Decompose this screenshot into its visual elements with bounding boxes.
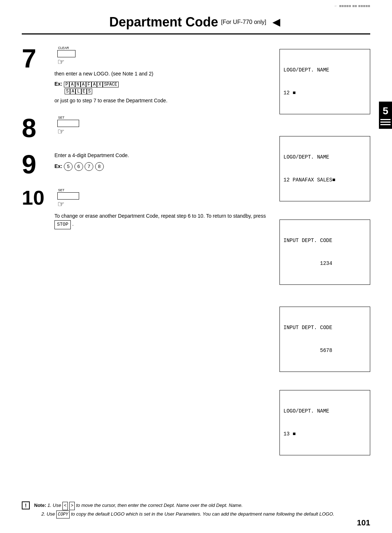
key-F: F	[86, 82, 91, 87]
page-number: 101	[357, 518, 370, 528]
step-7-block: 7 CLEAR ☞ then enter a new LOGO. (see No…	[22, 45, 272, 105]
step-7-desc1: then enter a new LOGO. (see Note 1 and 2…	[54, 70, 272, 78]
key-N: N	[75, 82, 81, 87]
step-10-block: 10 SET ☞ To change or erase another Depa…	[22, 188, 272, 229]
step-7-number: 7	[22, 45, 54, 71]
key-X: X	[97, 82, 102, 87]
key-S: S	[65, 89, 70, 94]
step-10-content: SET ☞ To change or erase another Departm…	[54, 188, 272, 229]
side-tab-line-1	[380, 119, 391, 120]
step-9-content: Enter a 4-digit Department Code. Ex: 5 6…	[54, 151, 272, 171]
side-tab: 5	[379, 102, 392, 129]
step-10-desc-text: To change or erase another Department Co…	[54, 213, 266, 219]
ex-keys-line2: SALES	[65, 87, 92, 94]
set-label-10: SET	[58, 188, 65, 192]
display4-line1: INPUT DEPT. CODE	[283, 324, 366, 332]
clear-label: CLEAR	[58, 46, 69, 50]
step-7-content: CLEAR ☞ then enter a new LOGO. (see Note…	[54, 45, 272, 105]
note1-cont: to move the cursor, then enter the corre…	[76, 503, 243, 508]
note-bold-label: Note:	[34, 503, 46, 508]
side-tab-line-3	[380, 124, 391, 125]
ex-keys-line1: PANAFAXSPACE	[64, 81, 118, 87]
note2-text: 2. Use COPY to copy the default LOGO whi…	[41, 511, 334, 517]
display-panel-1: LOGO/DEPT. NAME 12 ■	[279, 49, 370, 114]
note2-prefix: 2. Use	[41, 511, 55, 517]
step-9-number: 9	[22, 151, 54, 177]
side-tab-number: 5	[380, 105, 391, 117]
key-A1: A	[69, 82, 75, 87]
key-E: E	[81, 89, 87, 94]
step-8-content: SET ☞	[54, 115, 272, 136]
display5-line2: 13 ■	[283, 430, 366, 438]
display-panel-4: INPUT DEPT. CODE 5678	[279, 307, 370, 372]
display2-line1: LOGO/DEPT. NAME	[283, 153, 366, 161]
main-section: 7 CLEAR ☞ then enter a new LOGO. (see No…	[22, 45, 370, 455]
step-10-desc: To change or erase another Department Co…	[54, 212, 272, 229]
note1-text: 1. Use	[48, 503, 61, 508]
side-tab-line-2	[380, 122, 391, 123]
key-A3: A	[91, 82, 97, 87]
hand-icon-7: ☞	[57, 57, 65, 67]
ex-label-9: Ex:	[54, 163, 62, 169]
stop-period: .	[72, 221, 74, 227]
key-A2: A	[81, 82, 86, 87]
hand-icon-10: ☞	[57, 200, 65, 209]
set-box-10	[57, 192, 79, 200]
display4-line2: 5678	[283, 347, 366, 354]
side-tab-lines	[380, 119, 391, 125]
right-displays: LOGO/DEPT. NAME 12 ■ LOGO/DEPT. NAME 12 …	[279, 45, 370, 455]
key-space: SPACE	[103, 82, 119, 87]
note1-key-lt: <	[62, 502, 68, 510]
display-panel-3: INPUT DEPT. CODE 1234	[279, 220, 370, 285]
step-7-or-text: or just go to step 7 to erase the Depart…	[54, 97, 272, 104]
page-title: Department Code	[109, 15, 218, 30]
top-line: ← ■■■■■ ■■ ■■■■■	[334, 4, 370, 8]
note1-key-gt: >	[69, 502, 75, 510]
title-arrow: ◄	[270, 15, 283, 30]
page-container: ← ■■■■■ ■■ ■■■■■ Department Code [For UF…	[0, 0, 392, 533]
circle-key-6: 6	[74, 162, 83, 171]
circle-key-7: 7	[85, 162, 93, 171]
left-steps: 7 CLEAR ☞ then enter a new LOGO. (see No…	[22, 45, 272, 455]
display3-line1: INPUT DEPT. CODE	[283, 237, 366, 245]
hand-icon-8: ☞	[57, 127, 65, 136]
note-section: ! Note: 1. Use < > to move the cursor, t…	[22, 501, 370, 518]
note-icon: !	[22, 501, 30, 509]
page-header: Department Code [For UF-770 only] ◄	[22, 15, 370, 34]
display2-line2: 12 PANAFAX SALES■	[283, 176, 366, 184]
step-10-number: 10	[22, 188, 54, 208]
display5-line1: LOGO/DEPT. NAME	[283, 407, 366, 415]
stop-key: STOP	[54, 220, 71, 229]
key-S2: S	[87, 89, 92, 94]
notes-content: Note: 1. Use < > to move the cursor, the…	[34, 501, 334, 518]
notes-label: Note: 1. Use < > to move the cursor, the…	[34, 503, 243, 508]
display-panel-2: LOGO/DEPT. NAME 12 PANAFAX SALES■	[279, 136, 370, 201]
display1-line1: LOGO/DEPT. NAME	[283, 66, 366, 74]
key-L: L	[75, 89, 81, 94]
display-panel-5: LOGO/DEPT. NAME 13 ■	[279, 390, 370, 455]
step-7-example: Ex: PANAFAXSPACE SALES	[54, 81, 272, 94]
set-button-8-graphic: SET ☞	[57, 116, 272, 136]
set-label-8: SET	[58, 116, 65, 119]
set-button-10-graphic: SET ☞	[57, 188, 272, 209]
ex-label-7: Ex:	[54, 81, 62, 87]
key-A4: A	[70, 89, 75, 94]
page-subtitle: [For UF-770 only]	[221, 19, 266, 25]
step-8-number: 8	[22, 115, 54, 141]
clear-button-graphic: CLEAR ☞	[57, 46, 272, 67]
circle-key-5: 5	[64, 162, 73, 171]
step-9-desc: Enter a 4-digit Department Code.	[54, 151, 272, 159]
step-9-example: Ex: 5 6 7 8	[54, 162, 272, 171]
step-8-block: 8 SET ☞	[22, 115, 272, 141]
note2-key: COPY	[56, 511, 70, 518]
display1-line2: 12 ■	[283, 89, 366, 97]
display3-line2: 1234	[283, 260, 366, 267]
step-9-block: 9 Enter a 4-digit Department Code. Ex: 5…	[22, 151, 272, 177]
circle-key-8: 8	[95, 162, 104, 171]
clear-box	[57, 50, 75, 57]
key-P: P	[64, 82, 69, 87]
note2-cont: to copy the default LOGO which is set in…	[71, 511, 334, 517]
set-box-8	[57, 120, 79, 127]
